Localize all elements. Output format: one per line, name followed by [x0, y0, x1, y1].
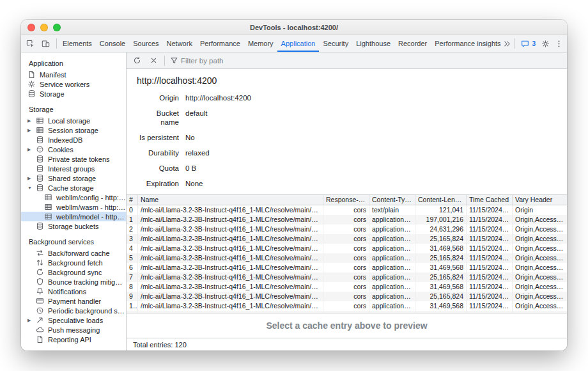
tab-sources[interactable]: Sources: [129, 35, 162, 52]
table-icon: [44, 203, 53, 211]
window-titlebar[interactable]: DevTools - localhost:4200/: [21, 20, 567, 35]
refresh-icon[interactable]: [129, 53, 144, 68]
cache-entry-row[interactable]: 2/mlc-ai/Llama-3.2-3B-Instruct-q4f16_1-M…: [127, 225, 567, 234]
sidebar-item-speculative-loads[interactable]: ▶Speculative loads: [21, 315, 126, 325]
sidebar-item-label: Interest groups: [48, 165, 95, 173]
cache-entry-row[interactable]: 1/mlc-ai/Llama-3.2-3B-Instruct-q4f16_1-M…: [127, 215, 567, 225]
column-header-name[interactable]: Name: [138, 195, 323, 205]
expand-arrow-icon[interactable]: ▶: [27, 147, 36, 152]
devtools-tabbar: ElementsConsoleSourcesNetworkPerformance…: [21, 35, 567, 52]
meta-label-durability: Durability: [137, 148, 179, 157]
cache-entry-row[interactable]: 0/mlc-ai/Llama-3.2-3B-Instruct-q4f16_1-M…: [127, 205, 567, 215]
cell-content-type: text/plain: [369, 205, 415, 215]
sidebar-item-bounce-tracking-mitigations[interactable]: Bounce tracking mitigations: [21, 277, 126, 287]
sidebar-item-payment-handler[interactable]: Payment handler: [21, 296, 126, 306]
tab-label: Recorder: [398, 40, 427, 47]
tab-performance[interactable]: Performance: [196, 35, 244, 52]
zoom-window-button[interactable]: [53, 24, 61, 31]
sidebar-item-cookies[interactable]: ▶Cookies: [21, 145, 126, 154]
inspect-element-icon[interactable]: [22, 36, 38, 51]
filter-input[interactable]: [181, 57, 321, 65]
sidebar-item-manifest[interactable]: Manifest: [21, 70, 126, 79]
document-icon: [36, 335, 45, 343]
cache-entry-row[interactable]: 9/mlc-ai/Llama-3.2-3B-Instruct-q4f16_1-M…: [127, 292, 567, 301]
cell-hash: 8: [127, 282, 138, 292]
cell-name: /mlc-ai/Llama-3.2-3B-Instruct-q4f16_1-ML…: [138, 244, 323, 253]
sidebar-item-label: webllm/model - http://loc…: [56, 213, 126, 221]
sidebar-item-indexeddb[interactable]: IndexedDB: [21, 135, 126, 145]
collapse-arrow-icon[interactable]: ▼: [27, 186, 36, 190]
sidebar-item-webllm-model-http-loc[interactable]: webllm/model - http://loc…: [21, 212, 126, 221]
sidebar-item-back-forward-cache[interactable]: Back/forward cache: [21, 248, 126, 258]
cache-entry-row[interactable]: 10/mlc-ai/Llama-3.2-3B-Instruct-q4f16_1-…: [127, 301, 567, 311]
sidebar-item-private-state-tokens[interactable]: Private state tokens: [21, 154, 126, 164]
more-tabs-icon[interactable]: [501, 36, 513, 51]
column-header-vary-header[interactable]: Vary Header: [513, 195, 567, 205]
meta-value-origin: http://localhost:4200: [185, 93, 557, 102]
sidebar-item-label: Storage buckets: [48, 223, 99, 230]
column-header-hash[interactable]: #: [127, 195, 138, 205]
cell-name: /mlc-ai/Llama-3.2-3B-Instruct-q4f16_1-ML…: [138, 215, 323, 225]
cache-entry-row[interactable]: 6/mlc-ai/Llama-3.2-3B-Instruct-q4f16_1-M…: [127, 263, 567, 272]
expand-arrow-icon[interactable]: ▶: [27, 118, 36, 123]
table-icon: [44, 212, 53, 221]
sidebar-item-label: Background sync: [48, 269, 102, 276]
cache-entry-row[interactable]: 8/mlc-ai/Llama-3.2-3B-Instruct-q4f16_1-M…: [127, 282, 567, 292]
meta-label-origin: Origin: [137, 93, 179, 102]
column-header-response-type[interactable]: Response-Type: [323, 195, 369, 205]
sidebar-item-background-sync[interactable]: Background sync: [21, 267, 126, 277]
settings-gear-icon[interactable]: [538, 36, 553, 51]
tab-elements[interactable]: Elements: [59, 35, 96, 52]
tab-security[interactable]: Security: [319, 35, 352, 52]
sidebar-item-service-workers[interactable]: Service workers: [21, 79, 126, 89]
sidebar-item-periodic-background-sync[interactable]: Periodic background sync: [21, 306, 126, 315]
column-header-content-length[interactable]: Content-Length: [415, 195, 467, 205]
tab-network[interactable]: Network: [163, 35, 196, 52]
tab-performance-insights[interactable]: Performance insights: [431, 35, 501, 52]
cell-content-length: 197,001,216: [415, 215, 467, 225]
cell-content-type: application/oc…: [369, 215, 415, 225]
cell-hash: 4: [127, 244, 138, 253]
expand-arrow-icon[interactable]: ▶: [27, 128, 36, 132]
tab-console[interactable]: Console: [96, 35, 129, 52]
cache-entry-row[interactable]: 5/mlc-ai/Llama-3.2-3B-Instruct-q4f16_1-M…: [127, 253, 567, 263]
sidebar-item-reporting-api[interactable]: Reporting API: [21, 335, 126, 344]
tab-application[interactable]: Application: [277, 35, 320, 52]
cell-content-type: application/oc…: [369, 263, 415, 272]
column-header-time-cached[interactable]: Time Cached: [467, 195, 513, 205]
tab-memory[interactable]: Memory: [244, 35, 277, 52]
sidebar-item-push-messaging[interactable]: Push messaging: [21, 325, 126, 335]
sidebar-item-shared-storage[interactable]: ▶Shared storage: [21, 173, 126, 183]
sidebar-item-webllm-wasm-http-loca[interactable]: webllm/wasm - http://loca…: [21, 202, 126, 212]
sidebar-item-storage-buckets[interactable]: Storage buckets: [21, 221, 126, 231]
tab-label: Console: [100, 40, 125, 47]
sidebar-item-webllm-config-http-loc[interactable]: webllm/config - http://loc…: [21, 193, 126, 202]
cloud-icon: [36, 326, 45, 334]
minimize-window-button[interactable]: [40, 24, 48, 31]
console-messages-button[interactable]: 3: [517, 36, 538, 51]
sidebar-item-background-fetch[interactable]: Background fetch: [21, 258, 126, 267]
tab-label: Security: [323, 40, 348, 47]
delete-selected-icon[interactable]: [146, 53, 161, 68]
sidebar-item-cache-storage[interactable]: ▼Cache storage: [21, 183, 126, 193]
close-window-button[interactable]: [27, 24, 35, 31]
tab-lighthouse[interactable]: Lighthouse: [352, 35, 394, 52]
cache-entry-row[interactable]: 3/mlc-ai/Llama-3.2-3B-Instruct-q4f16_1-M…: [127, 234, 567, 244]
cell-response-type: cors: [323, 282, 369, 292]
cookie-icon: [36, 145, 45, 154]
sidebar-item-local-storage[interactable]: ▶Local storage: [21, 116, 126, 125]
sidebar-item-interest-groups[interactable]: Interest groups: [21, 164, 126, 173]
device-toolbar-icon[interactable]: [38, 36, 53, 51]
expand-arrow-icon[interactable]: ▶: [27, 318, 36, 322]
tab-recorder[interactable]: Recorder: [394, 35, 431, 52]
sidebar-item-notifications[interactable]: Notifications: [21, 287, 126, 296]
cell-vary-header: Origin,Access…: [513, 282, 567, 292]
cell-response-type: cors: [323, 263, 369, 272]
cache-entry-row[interactable]: 7/mlc-ai/Llama-3.2-3B-Instruct-q4f16_1-M…: [127, 272, 567, 282]
cache-entry-row[interactable]: 4/mlc-ai/Llama-3.2-3B-Instruct-q4f16_1-M…: [127, 244, 567, 253]
more-options-icon[interactable]: [553, 36, 564, 51]
sidebar-item-session-storage[interactable]: ▶Session storage: [21, 125, 126, 135]
expand-arrow-icon[interactable]: ▶: [27, 176, 36, 180]
sidebar-item-storage[interactable]: Storage: [21, 89, 126, 99]
column-header-content-type[interactable]: Content-Type: [369, 195, 415, 205]
